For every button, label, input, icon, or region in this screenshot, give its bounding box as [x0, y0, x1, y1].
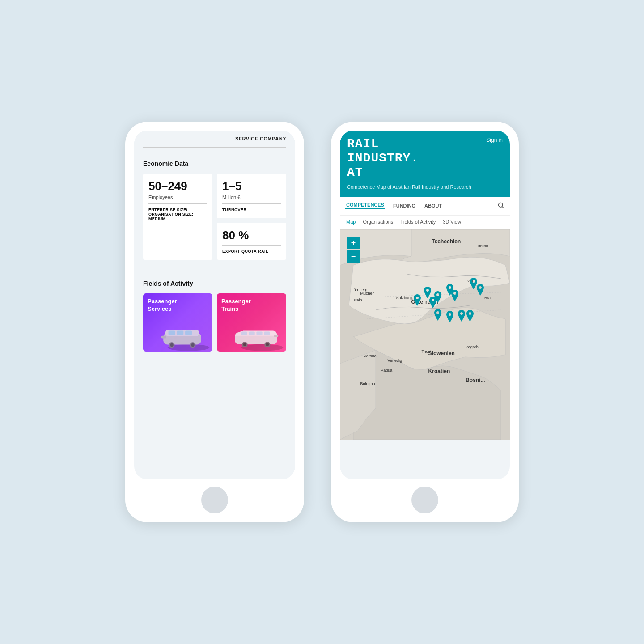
economic-data-grid: 50–249 Employees ENTERPRISE SIZE/ ORGANI…: [143, 174, 286, 260]
svg-point-9: [191, 343, 195, 347]
map-pin-9[interactable]: [433, 309, 442, 321]
map-pin-10[interactable]: [445, 311, 454, 322]
map-label-zagreb: Zagreb: [466, 345, 479, 349]
map-zoom-out[interactable]: −: [347, 250, 360, 263]
map-pin-12[interactable]: [466, 310, 475, 322]
left-screen: SERVICE COMPANY Economic Data 50–249 Emp…: [134, 131, 295, 479]
map-label-tschechien: Tschechien: [432, 238, 461, 245]
left-home-button[interactable]: [201, 487, 228, 513]
left-content: SERVICE COMPANY Economic Data 50–249 Emp…: [134, 131, 295, 359]
map-label-brunn: Brünn: [478, 244, 488, 248]
foa-card-passenger-trains[interactable]: PassengerTrains: [217, 293, 286, 352]
svg-point-18: [243, 343, 246, 346]
map-background: [340, 229, 510, 440]
fields-of-activity-title: Fields of Activity: [143, 280, 286, 287]
export-card: 80 % EXPORT QUOTA RAIL: [217, 223, 286, 260]
foa-card-label-passenger-services: PassengerServices: [148, 298, 177, 313]
svg-rect-5: [185, 330, 192, 335]
map-label-venedig: Venedig: [387, 358, 402, 363]
map-label-muenchen: Müchen: [360, 291, 375, 296]
map-label-bra: Bra...: [484, 296, 494, 300]
right-screen: Sign in RAILINDUSTRY.AT Competence Map o…: [340, 131, 510, 479]
left-phone: SERVICE COMPANY Economic Data 50–249 Emp…: [125, 122, 304, 522]
map-label-stein: stein: [353, 298, 362, 302]
map-pin-4[interactable]: [450, 290, 459, 301]
turnover-card: 1–5 Million € TURNOVER: [217, 174, 286, 218]
export-label: EXPORT QUOTA RAIL: [222, 249, 281, 254]
economic-data-section: Economic Data 50–249 Employees ENTERPRIS…: [134, 153, 295, 267]
svg-rect-10: [161, 336, 166, 339]
svg-rect-14: [249, 331, 255, 335]
turnover-number: 1–5: [222, 180, 281, 193]
passenger-trains-train-icon: [221, 314, 286, 352]
map-label-verona: Verona: [364, 354, 377, 358]
org-size-label: ENTERPRISE SIZE/ ORGANISATION SIZE: MEDI…: [148, 208, 207, 221]
map-pin-6[interactable]: [428, 297, 437, 308]
service-company-header: SERVICE COMPANY: [134, 131, 295, 147]
app-logo: RAILINDUSTRY.AT: [347, 137, 503, 180]
employees-card: 50–249 Employees ENTERPRISE SIZE/ ORGANI…: [143, 174, 212, 260]
employees-label: Employees: [148, 195, 207, 200]
app-tagline: Competence Map of Austrian Rail Industry…: [347, 184, 503, 191]
tab-fields-of-activity[interactable]: Fields of Activity: [400, 219, 436, 225]
passenger-services-train-icon: [148, 314, 212, 352]
map-label-bosni: Bosni...: [466, 377, 485, 383]
svg-point-11: [242, 344, 284, 351]
svg-rect-3: [169, 330, 175, 335]
search-icon[interactable]: [497, 202, 504, 210]
sub-tabs: Map Organisations Fields of Activity 3D …: [340, 216, 510, 229]
turnover-label: TURNOVER: [222, 208, 281, 212]
map-zoom-controls: + −: [347, 237, 360, 263]
map-pin-5[interactable]: [413, 294, 422, 306]
service-company-label: SERVICE COMPANY: [235, 136, 286, 141]
turnover-unit: Million €: [222, 195, 281, 200]
map-label-kroatien: Kroatien: [428, 368, 450, 374]
sign-in-link[interactable]: Sign in: [486, 137, 503, 143]
svg-point-22: [499, 203, 503, 207]
map-label-slowenien: Slowenien: [428, 350, 455, 356]
map-label-triest: Triest: [421, 349, 431, 354]
map-label-salzburg: Salzburg: [396, 296, 412, 300]
nav-funding[interactable]: FUNDING: [392, 203, 416, 208]
map-container[interactable]: Tschechien Brünn ürnberg Müchen Salzburg…: [340, 229, 510, 440]
main-nav: COMPETENCES FUNDING ABOUT: [340, 197, 510, 216]
svg-rect-16: [264, 331, 270, 335]
svg-point-20: [266, 343, 269, 346]
employees-number: 50–249: [148, 180, 207, 193]
export-number: 80 %: [222, 229, 281, 242]
foa-card-passenger-services[interactable]: PassengerServices: [143, 293, 212, 352]
app-header: Sign in RAILINDUSTRY.AT Competence Map o…: [340, 131, 510, 197]
svg-rect-13: [242, 331, 247, 335]
nav-about[interactable]: ABOUT: [424, 203, 443, 208]
economic-data-title: Economic Data: [143, 160, 286, 167]
fields-of-activity-section: Fields of Activity PassengerServices: [134, 273, 295, 359]
map-pin-11[interactable]: [457, 310, 466, 322]
map-pin-8[interactable]: [476, 284, 485, 296]
nav-competences[interactable]: COMPETENCES: [345, 202, 385, 209]
svg-rect-15: [256, 331, 262, 335]
svg-point-7: [170, 343, 174, 347]
foa-card-label-passenger-trains: PassengerTrains: [221, 298, 251, 313]
tab-organisations[interactable]: Organisations: [363, 219, 393, 225]
svg-line-23: [502, 207, 504, 208]
map-label-padua: Padua: [381, 368, 392, 373]
map-zoom-in[interactable]: +: [347, 237, 360, 249]
right-home-button[interactable]: [411, 487, 438, 513]
svg-rect-4: [177, 330, 183, 335]
tab-3d-view[interactable]: 3D View: [443, 219, 461, 225]
foa-grid: PassengerServices: [143, 293, 286, 352]
svg-rect-21: [274, 335, 278, 337]
map-label-bologna: Bologna: [360, 381, 375, 386]
right-phone: Sign in RAILINDUSTRY.AT Competence Map o…: [331, 122, 519, 522]
tab-map[interactable]: Map: [346, 219, 356, 225]
